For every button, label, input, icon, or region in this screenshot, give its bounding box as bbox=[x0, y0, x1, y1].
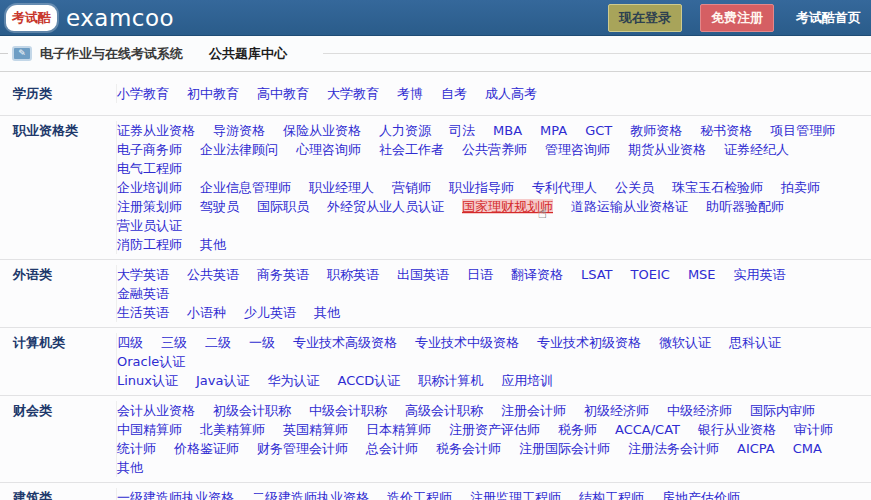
category-link[interactable]: 注册资产评估师 bbox=[449, 422, 540, 437]
category-link[interactable]: 其他 bbox=[117, 460, 143, 475]
category-link[interactable]: 考博 bbox=[397, 86, 423, 101]
logo-badge[interactable]: 考试酷 bbox=[6, 5, 57, 31]
category-link[interactable]: 三级 bbox=[161, 335, 187, 350]
category-link[interactable]: 结构工程师 bbox=[579, 490, 644, 500]
category-link[interactable]: 驾驶员 bbox=[200, 199, 239, 214]
category-link[interactable]: LSAT bbox=[581, 267, 613, 282]
category-link[interactable]: 司法 bbox=[449, 123, 475, 138]
category-link[interactable]: 证券从业资格 bbox=[117, 123, 195, 138]
category-link[interactable]: 小学教育 bbox=[117, 86, 169, 101]
brand-name[interactable]: examcoo bbox=[66, 5, 174, 31]
category-link[interactable]: 公共营养师 bbox=[462, 142, 527, 157]
category-link[interactable]: 公共英语 bbox=[187, 267, 239, 282]
category-link[interactable]: 专业技术中级资格 bbox=[415, 335, 519, 350]
category-link[interactable]: 营业员认证 bbox=[117, 218, 182, 233]
category-link[interactable]: 一级 bbox=[249, 335, 275, 350]
category-link[interactable]: 消防工程师 bbox=[117, 237, 182, 252]
category-link[interactable]: 电气工程师 bbox=[117, 161, 182, 176]
subnav-item-exam-system[interactable]: 电子作业与在线考试系统 bbox=[40, 45, 183, 63]
category-link[interactable]: 一级建造师执业资格 bbox=[117, 490, 234, 500]
register-button[interactable]: 免费注册 bbox=[700, 4, 774, 32]
category-link[interactable]: 二级 bbox=[205, 335, 231, 350]
category-link[interactable]: 秘书资格 bbox=[700, 123, 752, 138]
category-link[interactable]: 营销师 bbox=[392, 180, 431, 195]
category-link[interactable]: 珠宝玉石检验师 bbox=[672, 180, 763, 195]
category-link[interactable]: 电子商务师 bbox=[117, 142, 182, 157]
category-link[interactable]: MBA bbox=[493, 123, 522, 138]
category-link[interactable]: 国际职员 bbox=[257, 199, 309, 214]
category-link[interactable]: Java认证 bbox=[196, 373, 249, 388]
category-link[interactable]: 职称英语 bbox=[327, 267, 379, 282]
category-link[interactable]: 国家理财规划师☝ bbox=[462, 199, 553, 214]
category-link[interactable]: 日语 bbox=[467, 267, 493, 282]
category-link[interactable]: 其他 bbox=[200, 237, 226, 252]
category-link[interactable]: 企业信息管理师 bbox=[200, 180, 291, 195]
category-link[interactable]: 专业技术高级资格 bbox=[293, 335, 397, 350]
category-link[interactable]: 专利代理人 bbox=[532, 180, 597, 195]
category-link[interactable]: 四级 bbox=[117, 335, 143, 350]
category-link[interactable]: 心理咨询师 bbox=[296, 142, 361, 157]
category-link[interactable]: 注册策划师 bbox=[117, 199, 182, 214]
category-link[interactable]: 企业培训师 bbox=[117, 180, 182, 195]
category-link[interactable]: 中级会计职称 bbox=[309, 403, 387, 418]
category-link[interactable]: 思科认证 bbox=[729, 335, 781, 350]
category-link[interactable]: 职业经理人 bbox=[309, 180, 374, 195]
category-link[interactable]: 注册法务会计师 bbox=[628, 441, 719, 456]
category-link[interactable]: 统计师 bbox=[117, 441, 156, 456]
category-link[interactable]: 中级经济师 bbox=[667, 403, 732, 418]
category-link[interactable]: 导游资格 bbox=[213, 123, 265, 138]
category-link[interactable]: GCT bbox=[585, 123, 612, 138]
category-link[interactable]: 大学英语 bbox=[117, 267, 169, 282]
category-link[interactable]: 注册会计师 bbox=[501, 403, 566, 418]
category-link[interactable]: ACCD认证 bbox=[338, 373, 401, 388]
category-link[interactable]: 华为认证 bbox=[268, 373, 320, 388]
category-link[interactable]: 社会工作者 bbox=[379, 142, 444, 157]
category-link[interactable]: 应用培训 bbox=[501, 373, 553, 388]
category-link[interactable]: 公关员 bbox=[615, 180, 654, 195]
category-link[interactable]: 造价工程师 bbox=[387, 490, 452, 500]
category-link[interactable]: 证券经纪人 bbox=[724, 142, 789, 157]
category-link[interactable]: TOEIC bbox=[631, 267, 670, 282]
category-link[interactable]: 审计师 bbox=[794, 422, 833, 437]
category-link[interactable]: 注册监理工程师 bbox=[470, 490, 561, 500]
category-link[interactable]: 中国精算师 bbox=[117, 422, 182, 437]
category-link[interactable]: CMA bbox=[793, 441, 822, 456]
category-link[interactable]: 保险从业资格 bbox=[283, 123, 361, 138]
home-link[interactable]: 考试酷首页 bbox=[796, 9, 861, 27]
category-link[interactable]: 管理咨询师 bbox=[545, 142, 610, 157]
category-link[interactable]: 出国英语 bbox=[397, 267, 449, 282]
category-link[interactable]: 北美精算师 bbox=[200, 422, 265, 437]
category-link[interactable]: MPA bbox=[540, 123, 567, 138]
category-link[interactable]: 财务管理会计师 bbox=[257, 441, 348, 456]
category-link[interactable]: 人力资源 bbox=[379, 123, 431, 138]
category-link[interactable]: 税务师 bbox=[558, 422, 597, 437]
category-link[interactable]: 价格鉴证师 bbox=[174, 441, 239, 456]
category-link[interactable]: 会计从业资格 bbox=[117, 403, 195, 418]
category-link[interactable]: ACCA/CAT bbox=[615, 422, 680, 437]
category-link[interactable]: Linux认证 bbox=[117, 373, 178, 388]
category-link[interactable]: 成人高考 bbox=[485, 86, 537, 101]
category-link[interactable]: Oracle认证 bbox=[117, 354, 185, 369]
category-link[interactable]: 注册国际会计师 bbox=[519, 441, 610, 456]
category-link[interactable]: 职业指导师 bbox=[449, 180, 514, 195]
category-link[interactable]: 少儿英语 bbox=[244, 305, 296, 320]
category-link[interactable]: 生活英语 bbox=[117, 305, 169, 320]
category-link[interactable]: 房地产估价师 bbox=[662, 490, 740, 500]
category-link[interactable]: 税务会计师 bbox=[436, 441, 501, 456]
category-link[interactable]: MSE bbox=[688, 267, 716, 282]
category-link[interactable]: 项目管理师 bbox=[770, 123, 835, 138]
category-link[interactable]: 其他 bbox=[314, 305, 340, 320]
category-link[interactable]: 英国精算师 bbox=[283, 422, 348, 437]
category-link[interactable]: 商务英语 bbox=[257, 267, 309, 282]
category-link[interactable]: 自考 bbox=[441, 86, 467, 101]
category-link[interactable]: 微软认证 bbox=[659, 335, 711, 350]
category-link[interactable]: 初级经济师 bbox=[584, 403, 649, 418]
category-link[interactable]: 日本精算师 bbox=[366, 422, 431, 437]
category-link[interactable]: 大学教育 bbox=[327, 86, 379, 101]
subnav-item-question-bank[interactable]: 公共题库中心 bbox=[209, 45, 287, 63]
category-link[interactable]: 企业法律顾问 bbox=[200, 142, 278, 157]
category-link[interactable]: 职称计算机 bbox=[418, 373, 483, 388]
login-button[interactable]: 现在登录 bbox=[608, 4, 682, 32]
category-link[interactable]: 银行从业资格 bbox=[698, 422, 776, 437]
category-link[interactable]: 翻译资格 bbox=[511, 267, 563, 282]
